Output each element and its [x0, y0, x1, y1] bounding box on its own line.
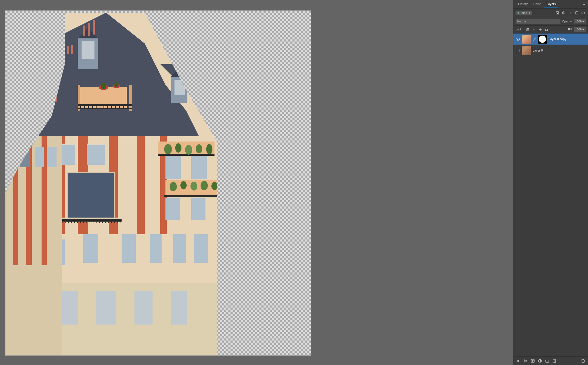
layer-thumb-image-0-copy: [522, 35, 531, 44]
filter-adjustment-icon[interactable]: [561, 10, 567, 16]
lock-icons: [525, 27, 549, 32]
filter-pixel-icon[interactable]: [554, 10, 560, 16]
opacity-label: Opacity:: [562, 20, 573, 23]
delete-layer-button[interactable]: [580, 358, 586, 364]
svg-point-155: [517, 38, 519, 40]
svg-rect-14: [43, 89, 44, 96]
layer-item-0[interactable]: Layer 0: [513, 45, 588, 56]
svg-rect-134: [45, 95, 47, 101]
opacity-input[interactable]: 100% ▾: [574, 19, 586, 24]
svg-rect-39: [137, 136, 145, 234]
svg-rect-138: [557, 12, 557, 13]
filter-kind-dropdown[interactable]: 🔍 Kind: [515, 11, 532, 15]
layer-mask-0-copy: [538, 35, 547, 44]
svg-rect-43: [62, 144, 76, 145]
svg-rect-63: [96, 219, 97, 223]
svg-rect-131: [24, 90, 25, 99]
svg-rect-42: [87, 144, 105, 165]
opacity-row: Opacity: 100% ▾: [562, 19, 586, 24]
filter-kind-chevron: [528, 11, 530, 15]
blend-mode-dropdown[interactable]: Normal ▾: [515, 19, 561, 24]
svg-rect-61: [90, 219, 90, 223]
svg-point-157: [532, 360, 534, 362]
link-layers-button[interactable]: [515, 358, 521, 364]
filter-smartobject-icon[interactable]: [580, 10, 586, 16]
svg-rect-85: [134, 291, 153, 325]
svg-rect-90: [174, 80, 185, 95]
lock-image-button[interactable]: [531, 27, 537, 32]
svg-point-97: [206, 144, 212, 154]
svg-rect-99: [164, 195, 217, 197]
layers-list: 🔗 Layer 0 copy Layer 0: [513, 34, 588, 356]
svg-rect-127: [33, 112, 39, 123]
svg-rect-118: [20, 147, 30, 167]
svg-rect-67: [108, 219, 109, 223]
layer-visibility-0[interactable]: [515, 48, 520, 53]
svg-rect-59: [83, 219, 84, 223]
fill-label: Fill:: [568, 28, 573, 31]
layer-style-button[interactable]: fx: [523, 358, 528, 364]
svg-rect-130: [21, 91, 22, 99]
svg-rect-30: [107, 105, 108, 109]
blend-mode-chevron: ▾: [557, 20, 559, 23]
svg-rect-133: [37, 92, 38, 100]
tab-layers[interactable]: Layers: [544, 1, 558, 8]
svg-rect-7: [88, 23, 90, 36]
new-adjustment-button[interactable]: [537, 358, 543, 364]
svg-rect-19: [78, 85, 80, 111]
svg-point-153: [546, 30, 547, 30]
filter-shape-icon[interactable]: [574, 10, 579, 16]
layer-thumb-0: [522, 46, 531, 55]
panel-menu-button[interactable]: ≫: [581, 2, 586, 7]
svg-point-102: [190, 182, 197, 190]
filter-text-icon[interactable]: T: [567, 10, 573, 16]
svg-rect-35: [127, 105, 128, 109]
svg-rect-21: [78, 104, 132, 106]
svg-rect-53: [65, 219, 66, 223]
svg-rect-12: [56, 63, 57, 71]
lock-pixels-button[interactable]: [525, 27, 530, 32]
fill-input[interactable]: 100% ▾: [574, 27, 586, 32]
lock-position-button[interactable]: [538, 27, 543, 32]
svg-rect-132: [34, 93, 35, 100]
svg-rect-84: [96, 291, 116, 325]
svg-rect-68: [111, 219, 112, 223]
svg-rect-117: [11, 147, 20, 167]
group-layers-button[interactable]: [544, 358, 550, 364]
svg-rect-80: [194, 234, 208, 263]
svg-rect-124: [13, 111, 21, 123]
layer-visibility-checkbox-0[interactable]: [516, 49, 520, 52]
svg-marker-143: [582, 12, 584, 14]
new-layer-button[interactable]: [552, 358, 557, 364]
svg-rect-122: [11, 108, 23, 129]
add-mask-button[interactable]: [530, 358, 536, 364]
svg-rect-26: [92, 105, 93, 109]
svg-rect-56: [74, 219, 75, 223]
svg-rect-32: [115, 105, 116, 109]
svg-rect-64: [99, 219, 100, 223]
svg-rect-144: [527, 28, 528, 29]
svg-rect-15: [26, 111, 27, 116]
svg-rect-24: [84, 105, 85, 109]
svg-marker-121: [5, 105, 62, 136]
filter-icons: T: [533, 10, 586, 16]
tab-history[interactable]: History: [515, 1, 530, 8]
svg-rect-9: [67, 46, 69, 54]
right-panel: History Color Layers ≫ 🔍 Kind T: [513, 0, 588, 365]
svg-rect-20: [129, 85, 132, 111]
svg-marker-126: [31, 104, 42, 109]
eye-icon-0-copy: [516, 38, 520, 41]
svg-rect-55: [71, 219, 72, 223]
svg-rect-27: [96, 105, 97, 109]
svg-point-151: [540, 29, 541, 30]
svg-rect-135: [49, 94, 50, 101]
svg-rect-69: [114, 219, 115, 223]
svg-rect-142: [575, 12, 578, 14]
tab-color[interactable]: Color: [531, 1, 543, 8]
layer-visibility-0-copy[interactable]: [515, 37, 520, 42]
svg-rect-33: [119, 105, 120, 109]
layer-item-0-copy[interactable]: 🔗 Layer 0 copy: [513, 34, 588, 45]
svg-rect-23: [80, 105, 81, 109]
svg-rect-70: [117, 219, 118, 223]
lock-all-button[interactable]: [544, 27, 549, 32]
